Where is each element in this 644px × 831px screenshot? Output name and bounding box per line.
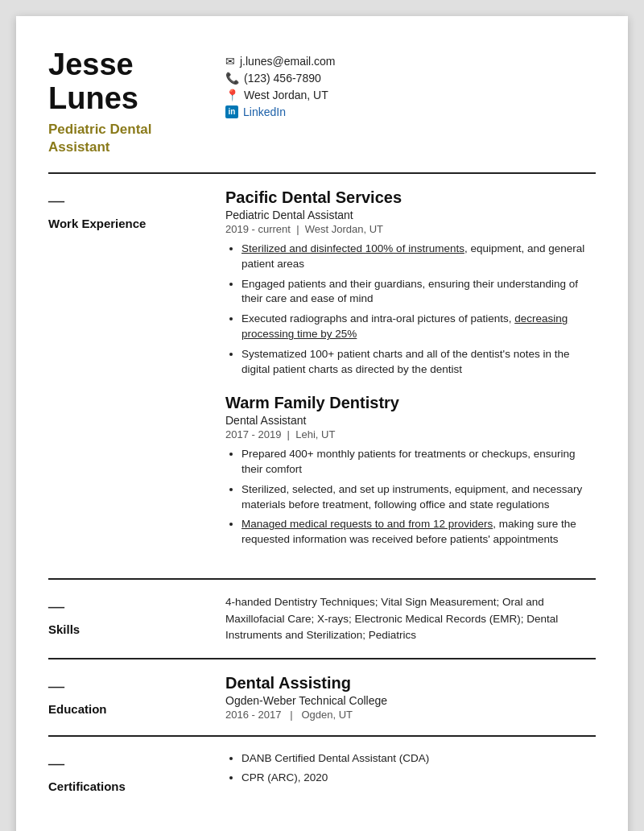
work-experience-label: Work Experience: [48, 217, 146, 230]
work-experience-section: — Work Experience Pacific Dental Service…: [48, 174, 596, 580]
education-label: Education: [48, 702, 107, 716]
header-left: Jesse Lunes Pediatric Dental Assistant: [48, 48, 209, 156]
work-experience-content: Pacific Dental Services Pediatric Dental…: [209, 188, 596, 564]
job-1-company: Pacific Dental Services: [225, 188, 596, 207]
skills-dash: —: [48, 597, 193, 616]
certifications-label: Certifications: [48, 779, 126, 793]
job-2: Warm Family Dentistry Dental Assistant 2…: [225, 394, 596, 548]
contact-phone: 📞 (123) 456-7890: [225, 72, 596, 85]
job-1-meta: 2019 - current | West Jordan, UT: [225, 223, 596, 235]
education-content: Dental Assisting Ogden-Weber Technical C…: [209, 674, 596, 721]
skills-content: 4-handed Dentistry Techniques; Vital Sig…: [209, 594, 596, 643]
linkedin-icon: in: [225, 105, 238, 118]
edu-meta: 2016 - 2017 | Ogden, UT: [225, 709, 596, 721]
work-experience-label-col: — Work Experience: [48, 188, 209, 564]
edu-school: Ogden-Weber Technical College: [225, 694, 596, 707]
skills-text: 4-handed Dentistry Techniques; Vital Sig…: [225, 594, 596, 643]
job-2-bullet-3: Managed medical requests to and from 12 …: [242, 517, 596, 548]
job-1-bullets: Sterilized and disinfected 100% of instr…: [225, 242, 596, 378]
job-1-role: Pediatric Dental Assistant: [225, 209, 596, 221]
skills-section: — Skills 4-handed Dentistry Techniques; …: [48, 580, 596, 659]
work-experience-dash: —: [48, 192, 193, 210]
job-1-bullet-3: Executed radiographs and intra-oral pict…: [242, 312, 596, 342]
job-1-bullet-1: Sterilized and disinfected 100% of instr…: [242, 242, 596, 272]
certifications-label-col: — Certifications: [48, 751, 209, 794]
certifications-content: DANB Certified Dental Assistant (CDA) CP…: [209, 751, 596, 794]
cert-2: CPR (ARC), 2020: [242, 771, 596, 786]
contact-email: ✉ j.lunes@email.com: [225, 55, 596, 68]
skills-label-col: — Skills: [48, 594, 209, 643]
job-2-company: Warm Family Dentistry: [225, 394, 596, 412]
header-right: ✉ j.lunes@email.com 📞 (123) 456-7890 📍 W…: [209, 48, 596, 122]
job-1-bullet-2: Engaged patients and their guardians, en…: [242, 277, 596, 308]
email-icon: ✉: [225, 55, 235, 68]
job-2-role: Dental Assistant: [225, 414, 596, 427]
contact-linkedin[interactable]: in LinkedIn: [225, 105, 596, 118]
phone-icon: 📞: [225, 72, 239, 85]
education-label-col: — Education: [48, 674, 209, 721]
job-1: Pacific Dental Services Pediatric Dental…: [225, 188, 596, 378]
job-2-bullet-2: Sterilized, selected, and set up instrum…: [242, 482, 596, 513]
edu-degree: Dental Assisting: [225, 674, 596, 692]
linkedin-link[interactable]: LinkedIn: [243, 105, 286, 118]
job-2-bullet-1: Prepared 400+ monthly patients for treat…: [242, 447, 596, 478]
job-2-meta: 2017 - 2019 | Lehi, UT: [225, 428, 596, 440]
certifications-dash: —: [48, 755, 193, 773]
contact-location: 📍 West Jordan, UT: [225, 89, 596, 101]
cert-bullets: DANB Certified Dental Assistant (CDA) CP…: [225, 751, 596, 786]
contact-info: ✉ j.lunes@email.com 📞 (123) 456-7890 📍 W…: [225, 55, 596, 118]
location-icon: 📍: [225, 89, 239, 101]
header-section: Jesse Lunes Pediatric Dental Assistant ✉…: [48, 48, 596, 174]
job-1-bullet-4: Systematized 100+ patient charts and all…: [242, 347, 596, 378]
job-2-bullets: Prepared 400+ monthly patients for treat…: [225, 447, 596, 548]
education-dash: —: [48, 677, 193, 696]
certifications-section: — Certifications DANB Certified Dental A…: [48, 737, 596, 808]
candidate-name: Jesse Lunes: [48, 48, 193, 116]
cert-1: DANB Certified Dental Assistant (CDA): [242, 751, 596, 767]
skills-label: Skills: [48, 622, 80, 636]
resume-container: Jesse Lunes Pediatric Dental Assistant ✉…: [16, 16, 628, 831]
candidate-title: Pediatric Dental Assistant: [48, 121, 193, 156]
education-section: — Education Dental Assisting Ogden-Weber…: [48, 659, 596, 737]
